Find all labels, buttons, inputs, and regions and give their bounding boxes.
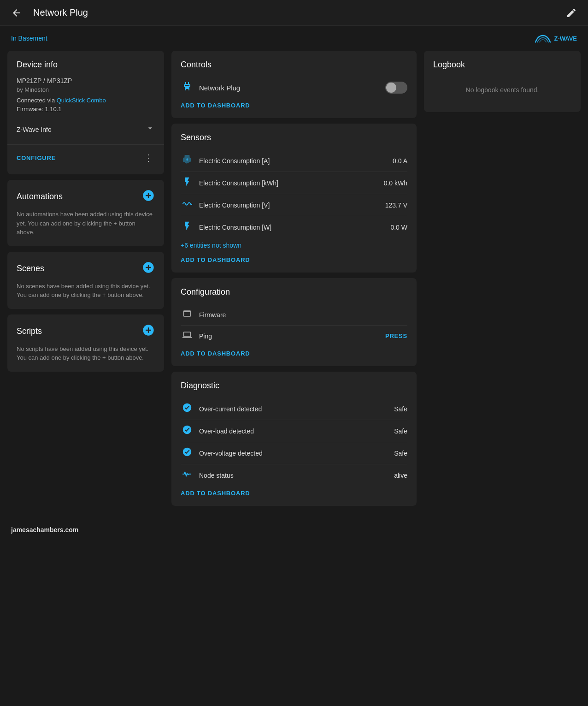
sensor-label-3: Electric Consumption [W] [199, 224, 271, 231]
diag-value-2: Safe [394, 450, 407, 457]
zwave-info-row[interactable]: Z-Wave Info [17, 120, 155, 139]
add-automation-button[interactable] [142, 189, 155, 204]
diag-row-3: Node status alive [181, 464, 407, 486]
right-column: Logbook No logbook events found. [424, 51, 581, 511]
scripts-card: Scripts No scripts have been added using… [7, 314, 164, 372]
ping-press-button[interactable]: PRESS [385, 332, 407, 339]
more-options-button[interactable]: ⋮ [142, 150, 155, 165]
diag-row-1: Over-load detected Safe [181, 420, 407, 442]
sensor-value-3: 0.0 W [390, 224, 407, 231]
sensors-title: Sensors [181, 133, 407, 142]
sensor-icon-0 [181, 154, 194, 167]
sensor-left-0: Electric Consumption [A] [181, 154, 270, 167]
sensor-icon-1 [181, 177, 194, 189]
diagnostic-card: Diagnostic Over-current detected Safe Ov… [171, 372, 417, 506]
scenes-header: Scenes [17, 261, 155, 276]
main-content: Device info MP21ZP / MP31ZP by Minoston … [0, 51, 588, 519]
configure-row: CONFIGURE ⋮ [17, 150, 155, 165]
zwave-brand: Z-WAVE [534, 31, 577, 45]
config-row-1: Ping PRESS [181, 326, 407, 346]
back-button[interactable] [7, 4, 26, 22]
diag-left-1: Over-load detected [181, 425, 254, 437]
configuration-title: Configuration [181, 287, 407, 297]
sensor-value-0: 0.0 A [393, 157, 407, 165]
device-connected: Connected via QuickStick Combo [17, 97, 155, 104]
more-entities-link[interactable]: +6 entities not shown [181, 238, 407, 253]
configuration-card: Configuration Firmware Ping PRESS [171, 278, 417, 366]
zwave-info-label: Z-Wave Info [17, 126, 52, 133]
logbook-title: Logbook [433, 60, 571, 70]
network-plug-toggle[interactable] [385, 82, 407, 94]
sensor-left-2: Electric Consumption [V] [181, 199, 270, 211]
scenes-empty-text: No scenes have been added using this dev… [17, 282, 155, 300]
diag-value-3: alive [394, 472, 407, 479]
automations-card: Automations No automations have been add… [7, 180, 164, 246]
config-row-0: Firmware [181, 304, 407, 326]
control-row-0: Network Plug [181, 77, 407, 98]
config-label-0: Firmware [199, 311, 226, 319]
left-column: Device info MP21ZP / MP31ZP by Minoston … [7, 51, 164, 511]
diag-label-0: Over-current detected [199, 405, 262, 413]
diag-label-3: Node status [199, 472, 234, 479]
diagnostic-add-dashboard-button[interactable]: ADD TO DASHBOARD [181, 486, 407, 497]
sensor-label-1: Electric Consumption [kWh] [199, 179, 278, 187]
chevron-down-icon [146, 124, 155, 135]
diag-value-0: Safe [394, 405, 407, 413]
card-divider [7, 144, 164, 145]
device-firmware: Firmware: 1.10.1 [17, 106, 155, 113]
sensors-card: Sensors Electric Consumption [A] 0.0 A E… [171, 124, 417, 273]
diag-row-0: Over-current detected Safe [181, 398, 407, 420]
diag-left-0: Over-current detected [181, 403, 262, 415]
controls-add-dashboard-button[interactable]: ADD TO DASHBOARD [181, 98, 407, 109]
add-scene-button[interactable] [142, 261, 155, 276]
sensor-row-1: Electric Consumption [kWh] 0.0 kWh [181, 172, 407, 194]
config-left-1: Ping [181, 330, 212, 342]
zwave-label: Z-WAVE [554, 35, 577, 42]
middle-column: Controls Network Plug ADD TO DASHBOARD S… [171, 51, 417, 511]
controls-title: Controls [181, 60, 407, 70]
diag-label-2: Over-voltage detected [199, 450, 263, 457]
automations-empty-text: No automations have been added using thi… [17, 210, 155, 237]
automations-header: Automations [17, 189, 155, 204]
device-info-title: Device info [17, 60, 155, 70]
control-label-0: Network Plug [199, 84, 240, 92]
ping-icon [181, 330, 194, 342]
sensor-value-1: 0.0 kWh [384, 179, 407, 187]
configure-button[interactable]: CONFIGURE [17, 154, 56, 161]
automations-title: Automations [17, 192, 63, 202]
firmware-icon [181, 309, 194, 320]
header: Network Plug [0, 0, 588, 26]
diag-check-icon-1 [181, 425, 194, 437]
configuration-add-dashboard-button[interactable]: ADD TO DASHBOARD [181, 346, 407, 357]
sensor-icon-3 [181, 221, 194, 233]
diag-pulse-icon [181, 469, 194, 481]
sensor-row-2: Electric Consumption [V] 123.7 V [181, 194, 407, 216]
edit-button[interactable] [562, 4, 581, 22]
add-script-button[interactable] [142, 324, 155, 339]
sensor-icon-2 [181, 199, 194, 211]
quickstick-link[interactable]: QuickStick Combo [57, 97, 106, 104]
page-title: Network Plug [33, 7, 88, 18]
sensors-add-dashboard-button[interactable]: ADD TO DASHBOARD [181, 253, 407, 263]
location-link[interactable]: In Basement [11, 35, 47, 42]
logbook-card: Logbook No logbook events found. [424, 51, 581, 112]
config-left-0: Firmware [181, 309, 226, 320]
diag-value-1: Safe [394, 427, 407, 435]
sensor-row-0: Electric Consumption [A] 0.0 A [181, 150, 407, 172]
network-plug-icon [181, 81, 194, 95]
sensor-label-0: Electric Consumption [A] [199, 157, 270, 165]
scripts-header: Scripts [17, 324, 155, 339]
footer-website: jamesachambers.com [11, 526, 78, 534]
scenes-title: Scenes [17, 264, 44, 273]
controls-card: Controls Network Plug ADD TO DASHBOARD [171, 51, 417, 118]
device-model: MP21ZP / MP31ZP [17, 77, 155, 84]
scripts-empty-text: No scripts have been added using this de… [17, 344, 155, 362]
diag-left-2: Over-voltage detected [181, 447, 263, 459]
config-label-1: Ping [199, 332, 212, 340]
diag-check-icon-2 [181, 447, 194, 459]
scenes-card: Scenes No scenes have been added using t… [7, 252, 164, 309]
sensor-row-3: Electric Consumption [W] 0.0 W [181, 216, 407, 238]
control-left-0: Network Plug [181, 81, 240, 95]
sensor-value-2: 123.7 V [385, 202, 407, 209]
device-by: by Minoston [17, 86, 155, 93]
